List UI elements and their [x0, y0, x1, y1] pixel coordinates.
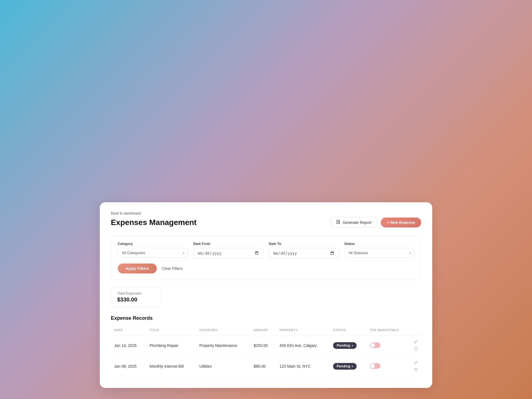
status-dropdown-chevron: ▾: [352, 365, 353, 368]
table-header-row: DATE TITLE CATEGORY AMOUNT PROPERTY STAT…: [111, 326, 421, 335]
col-header-category: CATEGORY: [196, 326, 250, 335]
filter-buttons: Apply Filters Clear Filters: [118, 264, 414, 273]
cell-actions: [410, 356, 421, 377]
cell-date: Jan 14, 2025: [111, 335, 146, 356]
category-select[interactable]: All Categories Property Maintenance Util…: [118, 248, 188, 258]
category-label: Category: [118, 242, 188, 246]
category-select-wrapper: All Categories Property Maintenance Util…: [118, 248, 188, 258]
filters-row: Category All Categories Property Mainten…: [118, 242, 414, 259]
tax-deductible-toggle[interactable]: [370, 342, 380, 348]
col-header-title: TITLE: [146, 326, 196, 335]
expense-table: DATE TITLE CATEGORY AMOUNT PROPERTY STAT…: [111, 326, 421, 377]
cell-title: Plumbing Repair: [146, 335, 196, 356]
status-dropdown-chevron: ▾: [352, 344, 353, 347]
category-filter-group: Category All Categories Property Mainten…: [118, 242, 188, 259]
table-row: Jan 14, 2025 Plumbing Repair Property Ma…: [111, 335, 421, 356]
delete-icon[interactable]: [414, 367, 418, 372]
clear-filters-button[interactable]: Clear Filters: [161, 264, 184, 273]
date-from-label: Date From: [193, 242, 264, 246]
main-card: Back to dashboard Expenses Management Ge…: [100, 202, 432, 388]
back-to-dashboard-link[interactable]: Back to dashboard: [111, 211, 421, 215]
col-header-tax-deductible: TAX DEDUCTIBLE: [367, 326, 410, 335]
action-icons-group: [413, 360, 418, 372]
status-filter-group: Status All Statuses Pending Approved Rej…: [344, 242, 415, 259]
action-icons-group: [413, 340, 418, 351]
cell-status: Pending ▾: [330, 356, 367, 377]
header-actions: Generate Report + New Expense: [331, 217, 421, 228]
filters-section: Category All Categories Property Mainten…: [111, 236, 421, 280]
edit-icon[interactable]: [414, 360, 418, 365]
new-expense-button[interactable]: + New Expense: [381, 218, 421, 227]
status-select[interactable]: All Statuses Pending Approved Rejected: [344, 248, 415, 258]
expense-records-title: Expense Records: [111, 315, 421, 321]
table-row: Jan 08, 2025 Monthly Internet Bill Utili…: [111, 356, 421, 377]
total-expenses-value: $330.00: [117, 296, 154, 303]
cell-tax-deductible: [367, 356, 410, 377]
cell-amount: $250.00: [250, 335, 276, 356]
generate-report-button[interactable]: Generate Report: [331, 217, 377, 228]
col-header-actions: [410, 326, 421, 335]
col-header-property: PROPERTY: [276, 326, 330, 335]
date-to-input[interactable]: [269, 248, 339, 259]
cell-date: Jan 08, 2025: [111, 356, 146, 377]
status-label: Status: [344, 242, 415, 246]
tax-deductible-toggle[interactable]: [370, 363, 380, 369]
cell-property: 123 Main St, NYC: [276, 356, 330, 377]
edit-icon[interactable]: [414, 340, 418, 344]
status-select-wrapper: All Statuses Pending Approved Rejected ▾: [344, 248, 415, 258]
cell-actions: [410, 335, 421, 356]
cell-status: Pending ▾: [330, 335, 367, 356]
header-row: Expenses Management Generate Report + Ne…: [111, 217, 421, 228]
report-icon: [336, 220, 341, 225]
date-to-label: Date To: [269, 242, 339, 246]
cell-tax-deductible: [367, 335, 410, 356]
page-title: Expenses Management: [111, 218, 197, 227]
cell-title: Monthly Internet Bill: [146, 356, 196, 377]
delete-icon[interactable]: [414, 347, 418, 351]
col-header-amount: AMOUNT: [250, 326, 276, 335]
apply-filters-button[interactable]: Apply Filters: [118, 264, 157, 273]
status-badge[interactable]: Pending ▾: [333, 342, 357, 349]
total-expenses-box: Total Expenses $330.00: [111, 287, 161, 308]
cell-amount: $80.00: [250, 356, 276, 377]
date-from-filter-group: Date From: [193, 242, 264, 259]
status-badge[interactable]: Pending ▾: [333, 363, 357, 370]
date-from-input[interactable]: [193, 248, 264, 259]
total-expenses-label: Total Expenses: [117, 291, 154, 295]
date-to-filter-group: Date To: [269, 242, 339, 259]
cell-category: Utilities: [196, 356, 250, 377]
cell-category: Property Maintenance: [196, 335, 250, 356]
col-header-date: DATE: [111, 326, 146, 335]
cell-property: 456 Elm Ave, Calgary: [276, 335, 330, 356]
col-header-status: STATUS: [330, 326, 367, 335]
